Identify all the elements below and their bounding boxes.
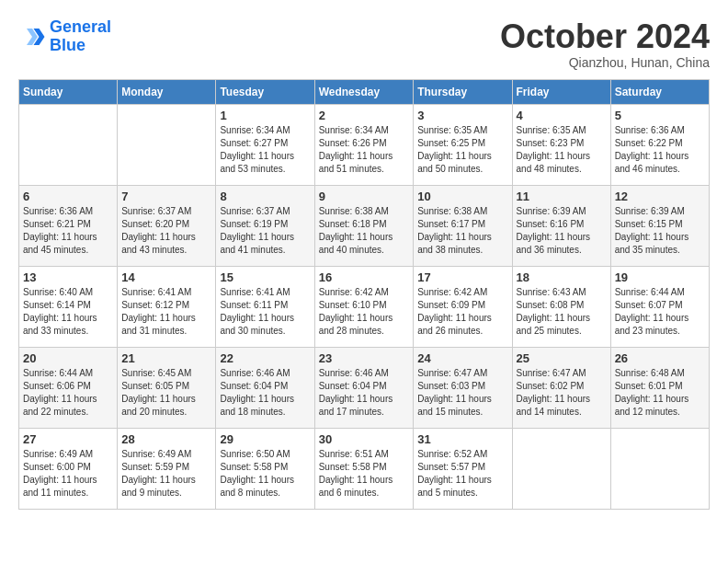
weekday-header: Saturday — [610, 79, 709, 104]
day-info: Sunrise: 6:49 AM Sunset: 5:59 PM Dayligh… — [121, 448, 211, 500]
day-info: Sunrise: 6:39 AM Sunset: 6:16 PM Dayligh… — [517, 205, 607, 257]
month-title: October 2024 — [500, 18, 710, 55]
day-number: 24 — [417, 351, 507, 365]
day-number: 16 — [319, 270, 410, 284]
day-number: 18 — [517, 270, 607, 284]
calendar-cell: 14Sunrise: 6:41 AM Sunset: 6:12 PM Dayli… — [118, 266, 216, 347]
day-info: Sunrise: 6:38 AM Sunset: 6:17 PM Dayligh… — [417, 205, 507, 257]
day-info: Sunrise: 6:37 AM Sunset: 6:19 PM Dayligh… — [220, 205, 310, 257]
calendar-table: SundayMondayTuesdayWednesdayThursdayFrid… — [18, 79, 710, 510]
day-number: 17 — [417, 270, 507, 284]
day-number: 12 — [615, 190, 705, 203]
calendar-week-row: 6Sunrise: 6:36 AM Sunset: 6:21 PM Daylig… — [19, 185, 710, 266]
day-number: 7 — [121, 190, 211, 203]
calendar-cell — [118, 104, 216, 185]
day-info: Sunrise: 6:36 AM Sunset: 6:21 PM Dayligh… — [23, 205, 113, 257]
day-number: 21 — [121, 351, 211, 365]
day-number: 14 — [121, 270, 211, 284]
day-info: Sunrise: 6:37 AM Sunset: 6:20 PM Dayligh… — [121, 205, 211, 257]
header-row: SundayMondayTuesdayWednesdayThursdayFrid… — [19, 79, 710, 104]
calendar-cell: 8Sunrise: 6:37 AM Sunset: 6:19 PM Daylig… — [216, 185, 314, 266]
calendar-cell: 25Sunrise: 6:47 AM Sunset: 6:02 PM Dayli… — [512, 347, 610, 428]
day-number: 28 — [121, 432, 211, 446]
logo-text: General Blue — [50, 18, 111, 55]
calendar-body: 1Sunrise: 6:34 AM Sunset: 6:27 PM Daylig… — [19, 104, 710, 509]
day-number: 1 — [220, 109, 310, 122]
day-info: Sunrise: 6:39 AM Sunset: 6:15 PM Dayligh… — [615, 205, 705, 257]
day-info: Sunrise: 6:47 AM Sunset: 6:03 PM Dayligh… — [417, 367, 507, 419]
day-number: 29 — [220, 432, 310, 446]
calendar-cell: 4Sunrise: 6:35 AM Sunset: 6:23 PM Daylig… — [512, 104, 610, 185]
logo-icon — [18, 23, 46, 51]
day-info: Sunrise: 6:44 AM Sunset: 6:06 PM Dayligh… — [23, 367, 113, 419]
calendar-cell — [512, 428, 610, 509]
day-number: 25 — [517, 351, 607, 365]
day-number: 5 — [615, 109, 705, 122]
day-info: Sunrise: 6:52 AM Sunset: 5:57 PM Dayligh… — [417, 448, 507, 500]
calendar-cell: 2Sunrise: 6:34 AM Sunset: 6:26 PM Daylig… — [314, 104, 414, 185]
day-info: Sunrise: 6:42 AM Sunset: 6:09 PM Dayligh… — [417, 286, 507, 338]
calendar-cell: 16Sunrise: 6:42 AM Sunset: 6:10 PM Dayli… — [314, 266, 414, 347]
calendar-cell: 6Sunrise: 6:36 AM Sunset: 6:21 PM Daylig… — [19, 185, 118, 266]
location: Qianzhou, Hunan, China — [500, 55, 710, 70]
day-number: 19 — [615, 270, 705, 284]
day-info: Sunrise: 6:42 AM Sunset: 6:10 PM Dayligh… — [319, 286, 410, 338]
day-number: 30 — [319, 432, 410, 446]
day-number: 8 — [220, 190, 310, 203]
day-number: 31 — [417, 432, 507, 446]
calendar-cell: 15Sunrise: 6:41 AM Sunset: 6:11 PM Dayli… — [216, 266, 314, 347]
day-number: 20 — [23, 351, 113, 365]
day-number: 3 — [417, 109, 507, 122]
calendar-cell: 27Sunrise: 6:49 AM Sunset: 6:00 PM Dayli… — [19, 428, 118, 509]
weekday-header: Wednesday — [314, 79, 414, 104]
day-number: 26 — [615, 351, 705, 365]
day-info: Sunrise: 6:34 AM Sunset: 6:26 PM Dayligh… — [319, 124, 410, 176]
calendar-cell: 26Sunrise: 6:48 AM Sunset: 6:01 PM Dayli… — [610, 347, 709, 428]
calendar-cell: 21Sunrise: 6:45 AM Sunset: 6:05 PM Dayli… — [118, 347, 216, 428]
day-info: Sunrise: 6:36 AM Sunset: 6:22 PM Dayligh… — [615, 124, 705, 176]
day-info: Sunrise: 6:41 AM Sunset: 6:12 PM Dayligh… — [121, 286, 211, 338]
day-info: Sunrise: 6:47 AM Sunset: 6:02 PM Dayligh… — [517, 367, 607, 419]
day-info: Sunrise: 6:46 AM Sunset: 6:04 PM Dayligh… — [220, 367, 310, 419]
calendar-cell: 19Sunrise: 6:44 AM Sunset: 6:07 PM Dayli… — [610, 266, 709, 347]
weekday-header: Monday — [118, 79, 216, 104]
calendar-cell: 3Sunrise: 6:35 AM Sunset: 6:25 PM Daylig… — [414, 104, 512, 185]
day-info: Sunrise: 6:51 AM Sunset: 5:58 PM Dayligh… — [319, 448, 410, 500]
calendar-week-row: 13Sunrise: 6:40 AM Sunset: 6:14 PM Dayli… — [19, 266, 710, 347]
day-info: Sunrise: 6:45 AM Sunset: 6:05 PM Dayligh… — [121, 367, 211, 419]
day-info: Sunrise: 6:50 AM Sunset: 5:58 PM Dayligh… — [220, 448, 310, 500]
day-info: Sunrise: 6:44 AM Sunset: 6:07 PM Dayligh… — [615, 286, 705, 338]
day-number: 22 — [220, 351, 310, 365]
weekday-header: Friday — [512, 79, 610, 104]
day-info: Sunrise: 6:46 AM Sunset: 6:04 PM Dayligh… — [319, 367, 410, 419]
day-number: 9 — [319, 190, 410, 203]
calendar-cell: 28Sunrise: 6:49 AM Sunset: 5:59 PM Dayli… — [118, 428, 216, 509]
calendar-cell: 5Sunrise: 6:36 AM Sunset: 6:22 PM Daylig… — [610, 104, 709, 185]
day-info: Sunrise: 6:40 AM Sunset: 6:14 PM Dayligh… — [23, 286, 113, 338]
day-info: Sunrise: 6:35 AM Sunset: 6:23 PM Dayligh… — [517, 124, 607, 176]
calendar-cell: 17Sunrise: 6:42 AM Sunset: 6:09 PM Dayli… — [414, 266, 512, 347]
page-header: General Blue October 2024 Qianzhou, Huna… — [18, 18, 710, 70]
day-info: Sunrise: 6:38 AM Sunset: 6:18 PM Dayligh… — [319, 205, 410, 257]
weekday-header: Thursday — [414, 79, 512, 104]
day-number: 2 — [319, 109, 410, 122]
day-number: 10 — [417, 190, 507, 203]
day-number: 23 — [319, 351, 410, 365]
calendar-cell — [19, 104, 118, 185]
calendar-week-row: 1Sunrise: 6:34 AM Sunset: 6:27 PM Daylig… — [19, 104, 710, 185]
day-number: 27 — [23, 432, 113, 446]
calendar-cell: 23Sunrise: 6:46 AM Sunset: 6:04 PM Dayli… — [314, 347, 414, 428]
calendar-cell: 1Sunrise: 6:34 AM Sunset: 6:27 PM Daylig… — [216, 104, 314, 185]
day-info: Sunrise: 6:43 AM Sunset: 6:08 PM Dayligh… — [517, 286, 607, 338]
calendar-cell: 9Sunrise: 6:38 AM Sunset: 6:18 PM Daylig… — [314, 185, 414, 266]
calendar-cell: 29Sunrise: 6:50 AM Sunset: 5:58 PM Dayli… — [216, 428, 314, 509]
day-info: Sunrise: 6:35 AM Sunset: 6:25 PM Dayligh… — [417, 124, 507, 176]
day-info: Sunrise: 6:49 AM Sunset: 6:00 PM Dayligh… — [23, 448, 113, 500]
title-block: October 2024 Qianzhou, Hunan, China — [500, 18, 710, 70]
calendar-cell: 31Sunrise: 6:52 AM Sunset: 5:57 PM Dayli… — [414, 428, 512, 509]
day-info: Sunrise: 6:41 AM Sunset: 6:11 PM Dayligh… — [220, 286, 310, 338]
calendar-cell: 13Sunrise: 6:40 AM Sunset: 6:14 PM Dayli… — [19, 266, 118, 347]
day-number: 4 — [517, 109, 607, 122]
weekday-header: Tuesday — [216, 79, 314, 104]
calendar-cell: 24Sunrise: 6:47 AM Sunset: 6:03 PM Dayli… — [414, 347, 512, 428]
